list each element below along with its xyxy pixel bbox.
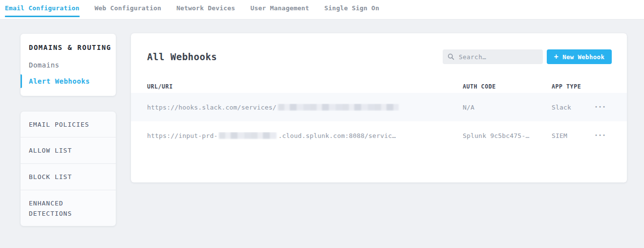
table-header-row: URL/URI AUTH CODE APP TYPE <box>131 80 627 93</box>
tab-network-devices[interactable]: Network Devices <box>176 0 235 19</box>
webhooks-panel: All Webhooks + New Webhook URL/URI AUTH … <box>131 33 627 182</box>
top-tab-bar: Email Configuration Web Configuration Ne… <box>0 0 644 20</box>
new-webhook-button[interactable]: + New Webhook <box>547 49 612 64</box>
app-type-cell: SIEM <box>552 132 594 139</box>
sidebar-item-enhanced-detections[interactable]: ENHANCED DETECTIONS <box>21 190 116 226</box>
search-input[interactable] <box>454 49 543 64</box>
sidebar-item-label: EMAIL POLICIES <box>29 119 89 130</box>
url-text: https://input-prd- <box>147 132 217 139</box>
app-type-cell: Slack <box>552 104 594 111</box>
sidebar-item-block-list[interactable]: BLOCK LIST <box>21 164 116 190</box>
auth-code-cell: N/A <box>463 104 552 111</box>
row-actions-ellipsis-icon[interactable]: ••• <box>594 103 607 112</box>
column-header-app-type: APP TYPE <box>552 83 594 90</box>
new-webhook-button-label: New Webhook <box>562 53 604 61</box>
page-title: All Webhooks <box>147 51 217 62</box>
webhook-url-cell: https://input-prd- .cloud.splunk.com:808… <box>147 132 463 139</box>
sidebar-item-label: ALLOW LIST <box>29 145 72 156</box>
row-actions-cell: ••• <box>594 131 627 140</box>
tab-single-sign-on[interactable]: Single Sign On <box>324 0 379 19</box>
webhook-url-cell: https://hooks.slack.com/services/ <box>147 104 463 111</box>
domains-routing-card: DOMAINS & ROUTING Domains Alert Webhooks <box>21 34 116 96</box>
app-screen: Email Configuration Web Configuration Ne… <box>0 0 644 248</box>
redacted-url-segment <box>219 132 277 139</box>
active-item-indicator <box>21 74 22 88</box>
sidebar-item-label: BLOCK LIST <box>29 172 72 182</box>
email-sections-card: EMAIL POLICIES ALLOW LIST BLOCK LIST ENH… <box>21 112 116 226</box>
panel-header: All Webhooks + New Webhook <box>131 33 627 80</box>
sidebar-item-alert-webhooks[interactable]: Alert Webhooks <box>21 77 116 85</box>
table-row: https://hooks.slack.com/services/ N/A Sl… <box>131 93 627 121</box>
sidebar-group-heading: DOMAINS & ROUTING <box>29 44 111 51</box>
url-text: https://hooks.slack.com/services/ <box>147 104 277 111</box>
table-row: https://input-prd- .cloud.splunk.com:808… <box>131 121 627 150</box>
sidebar-item-label: Alert Webhooks <box>29 77 90 85</box>
tab-user-management[interactable]: User Management <box>250 0 309 19</box>
tab-email-configuration[interactable]: Email Configuration <box>5 0 80 19</box>
column-header-auth-code: AUTH CODE <box>463 83 552 90</box>
sidebar-item-domains[interactable]: Domains <box>21 61 116 69</box>
plus-icon: + <box>554 53 558 61</box>
sidebar-item-allow-list[interactable]: ALLOW LIST <box>21 137 116 164</box>
row-actions-ellipsis-icon[interactable]: ••• <box>594 131 607 140</box>
search-box <box>443 49 543 64</box>
redacted-url-segment <box>278 104 399 111</box>
row-actions-cell: ••• <box>594 103 627 112</box>
column-header-url: URL/URI <box>147 83 463 90</box>
tab-web-configuration[interactable]: Web Configuration <box>95 0 161 19</box>
search-icon <box>448 53 454 60</box>
url-text: .cloud.splunk.com:8088/servic… <box>278 132 396 139</box>
sidebar-item-email-policies[interactable]: EMAIL POLICIES <box>21 112 116 137</box>
auth-code-cell: Splunk 9c5bc475-… <box>463 132 552 139</box>
primary-tabs: Email Configuration Web Configuration Ne… <box>0 0 644 19</box>
sidebar-item-label: ENHANCED DETECTIONS <box>29 198 97 219</box>
webhooks-table: URL/URI AUTH CODE APP TYPE https://hooks… <box>131 80 627 150</box>
